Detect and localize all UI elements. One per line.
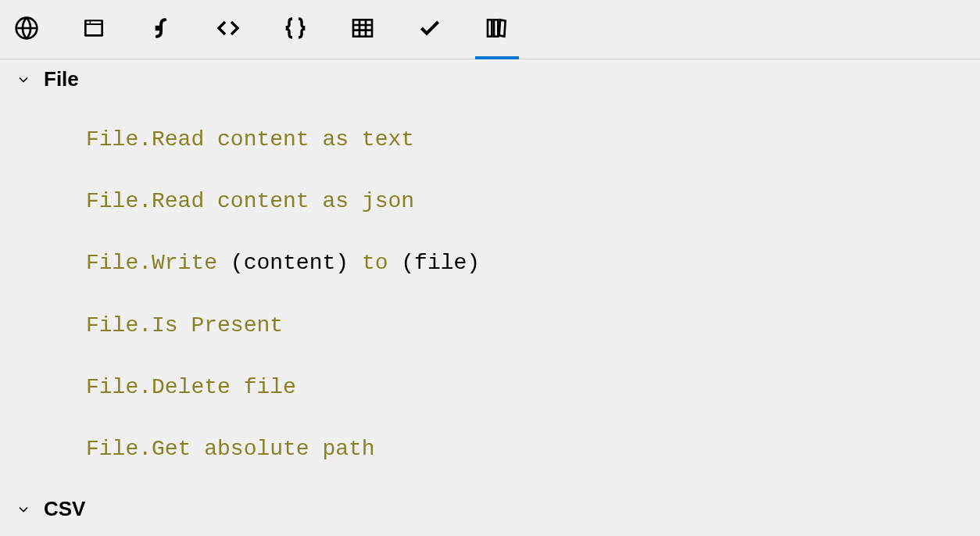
check-icon — [417, 16, 442, 44]
svg-rect-5 — [353, 20, 372, 36]
item-text-part: (content) — [217, 251, 362, 275]
item-text-part: File.Write — [86, 251, 217, 275]
svg-rect-3 — [87, 21, 90, 23]
code-icon — [216, 16, 241, 44]
chevron-down-icon — [14, 70, 33, 89]
tab-check[interactable] — [414, 14, 445, 45]
item-text-part: (file) — [388, 251, 480, 275]
item-text-part: File.Is Present — [86, 313, 283, 338]
item-text-part: File.Read content as json — [86, 189, 414, 213]
tab-library[interactable] — [481, 14, 513, 45]
item-text-part: File.Delete file — [86, 375, 296, 399]
item-list: File.Read content as textFile.Read conte… — [0, 96, 980, 492]
toolbar — [0, 0, 980, 59]
category-title: CSV — [44, 497, 85, 521]
item-list: CSV.Read rows as arrayCSV.Read rows as o… — [0, 526, 980, 536]
item-text-part: File.Get absolute path — [86, 437, 375, 461]
list-item[interactable]: File.Read content as text — [86, 115, 980, 177]
function-icon — [148, 16, 173, 44]
tab-browser[interactable] — [78, 14, 109, 45]
list-item[interactable]: File.Delete file — [86, 363, 980, 424]
category-header-file[interactable]: File — [0, 63, 980, 96]
svg-rect-6 — [488, 20, 492, 36]
globe-icon — [14, 16, 39, 44]
item-text-part: File.Read content as text — [86, 127, 414, 152]
tab-function[interactable] — [145, 14, 177, 45]
svg-rect-4 — [91, 21, 101, 23]
category-header-csv[interactable]: CSV — [0, 492, 980, 526]
list-item[interactable]: File.Get absolute path — [86, 424, 980, 486]
tab-globe[interactable] — [11, 14, 42, 45]
item-text-part: to — [362, 251, 388, 275]
library-icon — [485, 16, 510, 44]
list-item[interactable]: File.Read content as json — [86, 177, 980, 238]
svg-rect-7 — [494, 20, 498, 36]
content-area: FileFile.Read content as textFile.Read c… — [0, 59, 980, 536]
tab-braces[interactable] — [280, 14, 311, 45]
category-title: File — [44, 67, 79, 91]
braces-icon — [283, 16, 308, 44]
tab-code[interactable] — [213, 14, 244, 45]
browser-icon — [81, 16, 106, 44]
table-icon — [350, 16, 375, 44]
svg-rect-2 — [87, 25, 102, 34]
list-item[interactable]: File.Write (content) to (file) — [86, 238, 980, 300]
chevron-down-icon — [14, 500, 33, 519]
tab-table[interactable] — [347, 14, 378, 45]
list-item[interactable]: File.Is Present — [86, 301, 980, 363]
